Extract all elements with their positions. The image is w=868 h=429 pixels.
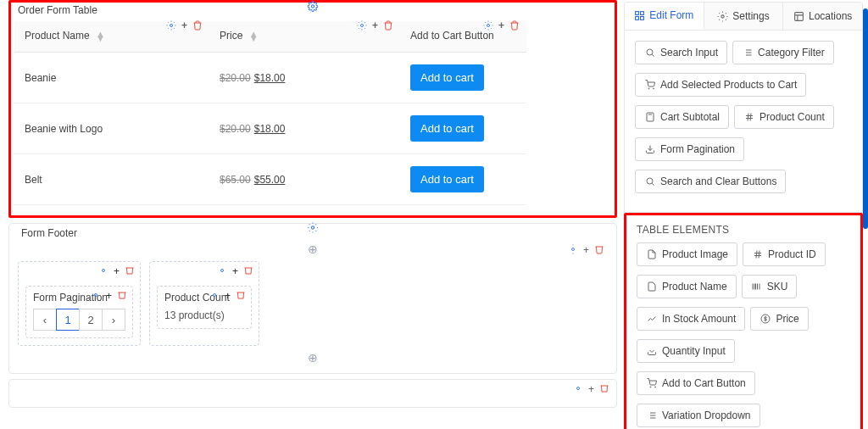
page-prev[interactable]: ‹	[33, 309, 57, 331]
gear-icon[interactable]	[209, 290, 220, 302]
plus-icon[interactable]: +	[232, 265, 238, 277]
svg-point-0	[311, 5, 314, 8]
trash-icon[interactable]	[599, 383, 609, 395]
add-to-cart-button[interactable]: Add to cart	[410, 115, 484, 142]
add-to-cart-button[interactable]: Add to cart	[410, 64, 484, 91]
gear-icon[interactable]	[573, 383, 583, 395]
plus-icon[interactable]: +	[114, 265, 120, 277]
elem-product-image[interactable]: Product Image	[637, 242, 737, 266]
svg-point-9	[213, 294, 215, 297]
plus-icon[interactable]: +	[181, 20, 187, 31]
col-label: Product Name	[25, 30, 90, 42]
gear-icon[interactable]	[308, 222, 319, 233]
svg-point-7	[94, 294, 97, 297]
elem-sku[interactable]: SKU	[742, 275, 798, 298]
table-row: Beanie with Logo $20.00$18.00 Add to car…	[14, 103, 526, 154]
svg-rect-14	[641, 16, 644, 20]
gear-icon[interactable]	[91, 290, 101, 302]
col-price[interactable]: + Price ▲▼	[209, 21, 400, 53]
add-to-cart-button[interactable]: Add to cart	[410, 166, 484, 192]
elem-quantity-input[interactable]: Quantity Input	[637, 339, 735, 363]
sort-icon[interactable]: ▲▼	[96, 32, 105, 41]
gear-icon[interactable]	[357, 20, 367, 31]
pagination: ‹ 1 2 ›	[33, 309, 125, 331]
svg-line-37	[652, 183, 654, 185]
table-elements-title: TABLE ELEMENTS	[626, 215, 860, 242]
svg-line-41	[759, 251, 760, 259]
trash-icon[interactable]	[594, 244, 604, 256]
sort-icon[interactable]: ▲▼	[249, 32, 259, 41]
plus-icon[interactable]: +	[225, 290, 231, 302]
svg-point-1	[170, 25, 172, 27]
svg-point-4	[311, 226, 314, 229]
gear-icon[interactable]	[308, 1, 319, 12]
elem-add-to-cart-button[interactable]: Add to Cart Button	[637, 371, 755, 395]
svg-point-27	[648, 88, 649, 89]
cell-price: $20.00$18.00	[209, 53, 400, 103]
gear-icon[interactable]	[217, 265, 227, 277]
tab-edit-form[interactable]: Edit Form	[625, 3, 704, 30]
cell-name: Beanie	[14, 53, 209, 103]
tab-label: Locations	[809, 10, 852, 22]
svg-line-33	[748, 114, 748, 121]
gear-icon[interactable]	[98, 265, 108, 277]
hash-icon	[752, 249, 763, 260]
calc-icon	[644, 112, 655, 123]
form-elements-group: Search Input Category Filter Add Selecte…	[635, 41, 852, 202]
add-row-bottom[interactable]: ⊕	[14, 349, 611, 368]
elem-cart-subtotal[interactable]: Cart Subtotal	[635, 105, 729, 129]
trash-icon[interactable]	[383, 20, 393, 31]
elem-price[interactable]: Price	[750, 307, 808, 331]
trash-icon[interactable]	[192, 20, 203, 31]
footer-pagination-block[interactable]: + + Form Pagination ‹ 1 2 ›	[18, 261, 141, 346]
elem-product-id[interactable]: Product ID	[743, 242, 826, 266]
trash-icon[interactable]	[236, 290, 246, 302]
plus-icon[interactable]: +	[583, 244, 589, 256]
trash-icon[interactable]	[117, 290, 127, 302]
page-1[interactable]: 1	[56, 309, 80, 331]
elem-add-selected[interactable]: Add Selected Products to Cart	[635, 73, 806, 97]
add-row-top[interactable]: ⊕	[14, 241, 611, 256]
cart-icon	[644, 80, 655, 91]
elem-variation-dropdown[interactable]: Variation Dropdown	[637, 404, 760, 427]
footer-product-count-block[interactable]: + + Product Count 13 product(s)	[149, 261, 259, 346]
svg-point-36	[647, 178, 653, 184]
svg-rect-13	[636, 16, 639, 20]
table-elements-region: TABLE ELEMENTS Product Image Product ID …	[624, 213, 863, 429]
form-footer-panel: Form Footer ⊕ + + +	[8, 223, 617, 374]
trash-icon[interactable]	[243, 265, 253, 277]
tab-locations[interactable]: Locations	[783, 3, 862, 30]
elem-search-input[interactable]: Search Input	[635, 41, 727, 64]
plus-icon[interactable]: +	[106, 290, 112, 302]
hash-icon	[743, 112, 754, 123]
empty-footer-row: +	[8, 379, 617, 408]
trash-icon[interactable]	[125, 265, 135, 277]
gear-icon[interactable]	[568, 244, 578, 256]
col-product-name[interactable]: + Product Name ▲▼	[14, 21, 209, 53]
elem-form-pagination[interactable]: Form Pagination	[635, 137, 744, 161]
plus-icon[interactable]: +	[372, 20, 378, 31]
trash-icon[interactable]	[509, 20, 520, 31]
elem-category-filter[interactable]: Category Filter	[732, 41, 834, 64]
plus-icon[interactable]: +	[588, 383, 594, 395]
gear-icon[interactable]	[483, 20, 493, 31]
elem-in-stock[interactable]: In Stock Amount	[637, 307, 745, 331]
svg-rect-16	[795, 12, 804, 20]
tab-settings[interactable]: Settings	[704, 3, 784, 30]
elem-search-clear[interactable]: Search and Clear Buttons	[635, 170, 786, 193]
dollar-icon	[760, 314, 771, 325]
svg-point-49	[650, 387, 651, 387]
cell-price: $20.00$18.00	[209, 103, 400, 154]
cell-name: Beanie with Logo	[14, 103, 209, 154]
cart-icon	[646, 378, 657, 389]
search-icon	[644, 47, 655, 58]
elem-product-name[interactable]: Product Name	[637, 275, 737, 298]
page-2[interactable]: 2	[79, 309, 103, 331]
gear-icon[interactable]	[166, 20, 176, 31]
col-add-to-cart[interactable]: + Add to Cart Button	[400, 21, 526, 53]
gear-icon	[717, 11, 728, 22]
plus-icon[interactable]: +	[498, 20, 504, 31]
page-next[interactable]: ›	[102, 309, 125, 331]
scrollbar[interactable]	[863, 8, 868, 229]
elem-product-count[interactable]: Product Count	[734, 105, 834, 129]
